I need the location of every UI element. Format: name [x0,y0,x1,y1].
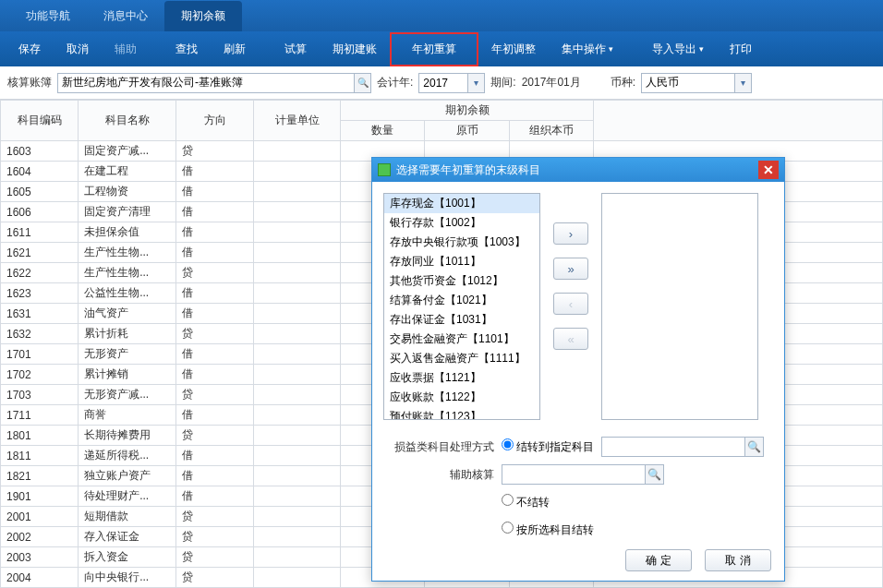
list-item[interactable]: 其他货币资金【1012】 [384,271,539,291]
list-item[interactable]: 应收票据【1121】 [384,368,539,388]
list-item[interactable]: 库存现金【1001】 [384,194,539,213]
opt-none[interactable]: 不结转 [502,494,550,510]
available-list[interactable]: 库存现金【1001】银行存款【1002】存放中央银行款项【1003】存放同业【1… [383,193,540,420]
list-item[interactable]: 存出保证金【1031】 [384,310,539,330]
ok-button[interactable]: 确 定 [625,549,692,571]
list-item[interactable]: 交易性金融资产【1101】 [384,330,539,349]
list-item[interactable]: 买入返售金融资产【1111】 [384,349,539,368]
dialog-titlebar[interactable]: 选择需要年初重算的末级科目 ✕ [372,158,784,182]
pl-handling-label: 损益类科目处理方式 [383,439,494,455]
close-icon[interactable]: ✕ [758,161,779,179]
list-item[interactable]: 结算备付金【1021】 [384,291,539,310]
search-icon[interactable]: 🔍 [646,464,664,485]
dialog-title: 选择需要年初重算的末级科目 [396,162,540,178]
aux-input[interactable] [502,464,646,485]
list-item[interactable]: 预付账款【1123】 [384,407,539,420]
move-all-left-button[interactable]: « [553,328,588,350]
transfer-target-input[interactable] [601,437,745,457]
list-item[interactable]: 存放中央银行款项【1003】 [384,233,539,252]
list-item[interactable]: 银行存款【1002】 [384,213,539,233]
opt-transfer[interactable]: 结转到指定科目 [502,438,594,455]
move-right-button[interactable]: › [553,222,588,245]
list-item[interactable]: 应收账款【1122】 [384,388,539,407]
aux-field[interactable]: 🔍 [502,464,664,485]
move-all-right-button[interactable]: » [553,258,588,280]
opt-bysel[interactable]: 按所选科目结转 [502,522,594,538]
search-icon[interactable]: 🔍 [745,437,764,457]
list-item[interactable]: 存放同业【1011】 [384,252,539,271]
app-icon [378,163,391,176]
dialog-cancel-button[interactable]: 取 消 [705,549,771,571]
aux-label: 辅助核算 [383,467,494,483]
selected-list[interactable] [601,193,758,420]
recalc-dialog: 选择需要年初重算的末级科目 ✕ 库存现金【1001】银行存款【1002】存放中央… [371,157,785,582]
shuttle: 库存现金【1001】银行存款【1002】存放中央银行款项【1003】存放同业【1… [383,193,773,420]
transfer-target-field[interactable]: 🔍 [601,437,764,457]
move-left-button[interactable]: ‹ [553,293,588,315]
